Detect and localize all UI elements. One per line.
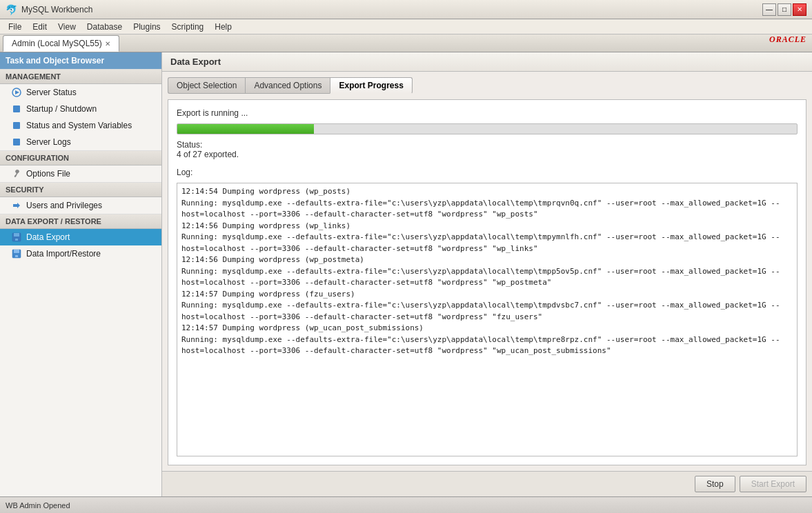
sidebar-item-data-import[interactable]: Data Import/Restore	[0, 245, 161, 262]
sidebar-item-status-vars[interactable]: Status and System Variables	[0, 117, 161, 134]
log-line: 12:14:56 Dumping wordpress (wp_links)	[181, 221, 793, 232]
log-line: 12:14:57 Dumping wordpress (fzu_users)	[181, 289, 793, 301]
svg-rect-3	[13, 122, 20, 129]
sidebar-item-startup-shutdown[interactable]: Startup / Shutdown	[0, 101, 161, 117]
disk-import-icon	[11, 248, 22, 259]
sidebar-item-server-status[interactable]: Server Status	[0, 84, 161, 101]
sidebar-label-status-vars: Status and System Variables	[26, 121, 132, 130]
app-icon: 🐬	[6, 4, 17, 15]
tab-object-selection[interactable]: Object Selection	[168, 77, 245, 94]
svg-rect-11	[15, 255, 18, 257]
titlebar-left: 🐬 MySQL Workbench	[6, 4, 92, 15]
svg-rect-8	[15, 239, 18, 241]
sidebar-label-server-status: Server Status	[26, 88, 77, 97]
titlebar-title: MySQL Workbench	[21, 5, 92, 14]
menu-file[interactable]: File	[3, 21, 27, 33]
content-body: Object Selection Advanced Options Export…	[162, 72, 812, 471]
sidebar-label-data-import: Data Import/Restore	[26, 249, 101, 259]
sidebar-item-data-export[interactable]: Data Export	[0, 229, 161, 245]
log-line: 12:14:56 Dumping wordpress (wp_postmeta)	[181, 254, 793, 266]
bottom-buttons: Stop Start Export	[162, 471, 812, 496]
menubar: File Edit View Database Plugins Scriptin…	[0, 19, 812, 34]
section-management: MANAGEMENT	[0, 69, 161, 84]
sidebar-label-options-file: Options File	[26, 169, 70, 179]
sidebar-item-server-logs[interactable]: Server Logs	[0, 134, 161, 150]
progress-bar	[177, 124, 314, 134]
log-line: Running: mysqldump.exe --defaults-extra-…	[181, 232, 793, 254]
inner-tabs: Object Selection Advanced Options Export…	[168, 77, 806, 94]
export-running-text: Export is running ...	[177, 108, 798, 118]
tab-close-icon[interactable]: ✕	[105, 40, 110, 48]
close-button[interactable]: ✕	[793, 3, 806, 16]
tab-export-progress[interactable]: Export Progress	[330, 77, 412, 94]
section-security: SECURITY	[0, 182, 161, 197]
progress-bar-container	[177, 123, 798, 134]
sidebar: Task and Object Browser MANAGEMENT Serve…	[0, 52, 162, 496]
log-line: Running: mysqldump.exe --defaults-extra-…	[181, 334, 793, 357]
menu-scripting[interactable]: Scripting	[166, 21, 210, 33]
oracle-logo: ORACLE	[769, 34, 806, 45]
content-header: Data Export	[162, 52, 812, 72]
play-circle-icon	[11, 87, 22, 98]
sidebar-label-data-export: Data Export	[26, 232, 70, 242]
svg-rect-7	[14, 233, 19, 237]
sidebar-item-users-privileges[interactable]: Users and Privileges	[0, 197, 161, 214]
section-data-export: DATA EXPORT / RESTORE	[0, 214, 161, 229]
sidebar-item-options-file[interactable]: Options File	[0, 165, 161, 182]
stop-button[interactable]: Stop	[695, 476, 735, 492]
tab-admin[interactable]: Admin (Local MySQL55) ✕	[3, 35, 119, 52]
statusbar-text: WB Admin Opened	[6, 501, 70, 510]
log-line: Running: mysqldump.exe --defaults-extra-…	[181, 300, 793, 323]
menu-plugins[interactable]: Plugins	[128, 21, 166, 33]
menu-help[interactable]: Help	[209, 21, 237, 33]
tab-label: Admin (Local MySQL55)	[12, 39, 102, 48]
log-line: Running: mysqldump.exe --defaults-extra-…	[181, 198, 793, 221]
arrow-right-icon	[11, 200, 22, 211]
status-section: Status: 4 of 27 exported.	[177, 140, 798, 159]
status-value: 4 of 27 exported.	[177, 150, 239, 159]
sidebar-header: Task and Object Browser	[0, 52, 161, 69]
tabbar: Admin (Local MySQL55) ✕	[0, 34, 812, 52]
status-label: Status:	[177, 140, 202, 150]
svg-marker-1	[15, 90, 19, 94]
log-line: 12:14:57 Dumping wordpress (wp_ucan_post…	[181, 323, 793, 334]
square-blue2-icon	[11, 120, 22, 131]
sidebar-label-server-logs: Server Logs	[26, 137, 71, 147]
maximize-button[interactable]: □	[778, 3, 791, 16]
titlebar-controls: — □ ✕	[762, 3, 806, 16]
sidebar-label-users-privileges: Users and Privileges	[26, 201, 102, 210]
menu-database[interactable]: Database	[81, 21, 128, 33]
main-layout: Task and Object Browser MANAGEMENT Serve…	[0, 52, 812, 496]
titlebar: 🐬 MySQL Workbench — □ ✕	[0, 0, 812, 19]
svg-rect-4	[13, 139, 20, 145]
section-configuration: CONFIGURATION	[0, 150, 161, 165]
export-panel: Export is running ... Status: 4 of 27 ex…	[168, 99, 806, 465]
log-line: Running: mysqldump.exe --defaults-extra-…	[181, 266, 793, 289]
svg-rect-2	[13, 105, 20, 112]
log-line: 12:14:54 Dumping wordpress (wp_posts)	[181, 186, 793, 198]
square-blue-icon	[11, 103, 22, 114]
tab-advanced-options[interactable]: Advanced Options	[245, 77, 330, 94]
statusbar: WB Admin Opened	[0, 496, 812, 513]
content-area: Data Export Object Selection Advanced Op…	[162, 52, 812, 496]
wrench-icon	[11, 168, 22, 179]
sidebar-label-startup-shutdown: Startup / Shutdown	[26, 104, 97, 114]
menu-view[interactable]: View	[52, 21, 81, 33]
svg-marker-5	[13, 203, 20, 208]
log-area[interactable]: 12:14:54 Dumping wordpress (wp_posts)Run…	[177, 183, 798, 456]
menu-edit[interactable]: Edit	[27, 21, 52, 33]
square-blue3-icon	[11, 137, 22, 148]
start-export-button[interactable]: Start Export	[740, 476, 806, 492]
log-label: Log:	[177, 168, 798, 177]
minimize-button[interactable]: —	[762, 3, 776, 16]
svg-rect-10	[14, 250, 19, 253]
disk-export-icon	[11, 232, 22, 243]
